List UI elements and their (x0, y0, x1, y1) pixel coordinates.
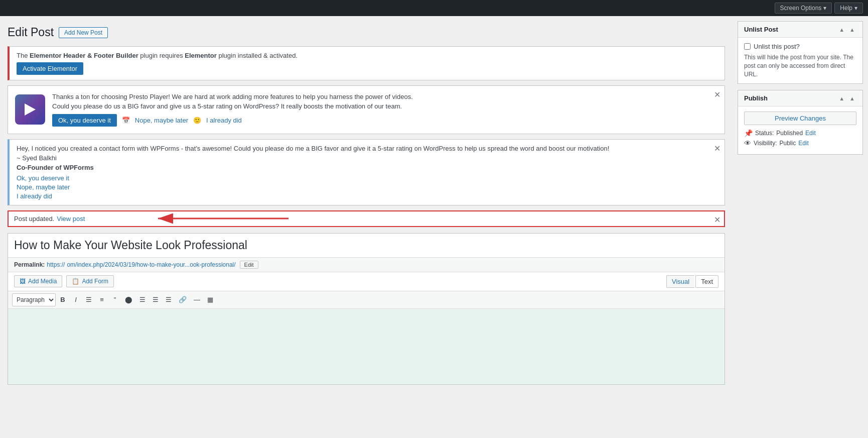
post-title-input[interactable] (8, 234, 725, 258)
bold-button[interactable]: B (57, 293, 69, 306)
wpforms-already-did-link[interactable]: I already did (17, 192, 704, 200)
preview-changes-button[interactable]: Preview Changes (744, 112, 856, 125)
presto-notice: Thanks a ton for choosing Presto Player!… (8, 85, 725, 134)
unlist-post-box: Unlist Post ▲ ▲ Unlist this post? This w… (738, 21, 863, 84)
page-title-row: Edit Post Add New Post (8, 25, 725, 40)
top-bar: Screen Options ▾ Help ▾ (0, 0, 868, 16)
publish-toggle-button[interactable]: ▲ (848, 95, 856, 102)
status-label: Status: (755, 130, 774, 137)
activate-elementor-button[interactable]: Activate Elementor (17, 62, 83, 75)
visibility-value: Public (779, 140, 796, 147)
editor-content[interactable] (8, 309, 725, 384)
editor-tabs: Visual Text (666, 275, 718, 288)
wpforms-maybe-later-link[interactable]: Nope, maybe later (17, 183, 704, 191)
visibility-edit-link[interactable]: Edit (798, 140, 809, 147)
editor-top-left: 🖼 Add Media 📋 Add Form (14, 275, 114, 287)
unlist-box-controls: ▲ ▲ (837, 26, 856, 33)
permalink-edit-button[interactable]: Edit (240, 261, 258, 269)
elementor-plugin-name: Elementor Header & Footer Builder (30, 52, 138, 59)
wpforms-message: Hey, I noticed you created a contact for… (17, 145, 704, 152)
align-justify-button[interactable]: ☰ (163, 293, 175, 306)
blockquote-button[interactable]: " (109, 293, 121, 306)
presto-content: Thanks a ton for choosing Presto Player!… (52, 93, 704, 127)
chevron-down-icon: ▾ (823, 5, 826, 12)
visibility-icon: 👁 (744, 139, 751, 147)
presto-actions: Ok, you deserve it 📅 Nope, maybe later 🙂… (52, 114, 704, 127)
media-icon: 🖼 (20, 278, 26, 285)
unlist-collapse-button[interactable]: ▲ (837, 26, 846, 33)
presto-message1: Thanks a ton for choosing Presto Player!… (52, 93, 704, 100)
unlist-description: This will hide the post from your site. … (744, 53, 856, 78)
chevron-down-icon: ▾ (854, 5, 857, 12)
publish-box-controls: ▲ ▲ (837, 95, 856, 102)
permalink-start[interactable]: https:// (47, 261, 65, 268)
screen-options-label: Screen Options (780, 5, 822, 12)
wpforms-author: ~ Syed Balkhi Co-Founder of WPForms (17, 154, 704, 171)
format-select[interactable]: Paragraph Heading 1 Heading 2 Heading 3 (12, 293, 56, 306)
align-right-button[interactable]: ☰ (150, 293, 162, 306)
link-button[interactable]: 🔗 (176, 293, 190, 306)
screen-options-btn[interactable]: Screen Options ▾ (775, 3, 832, 14)
permalink-label: Permalink: (14, 261, 45, 268)
ordered-list-button[interactable]: ≡ (96, 293, 108, 306)
unlist-box-title: Unlist Post (744, 26, 778, 33)
horizontal-rule-button[interactable]: — (191, 293, 203, 306)
wpforms-author-title: Co-Founder of WPForms (17, 164, 704, 171)
presto-ok-button[interactable]: Ok, you deserve it (52, 114, 117, 127)
wpforms-author-name: ~ Syed Balkhi (17, 154, 704, 162)
publish-box-content: Preview Changes 📌 Status: Published Edit… (738, 106, 862, 154)
post-updated-dismiss-button[interactable]: ✕ (714, 215, 720, 225)
italic-button[interactable]: I (70, 293, 82, 306)
permalink-row: Permalink: https:// om/index.php/2024/03… (8, 258, 725, 272)
unlist-checkbox-label[interactable]: Unlist this post? (754, 43, 800, 50)
page-title: Edit Post (8, 25, 54, 40)
view-post-link[interactable]: View post (57, 215, 85, 223)
form-icon: 📋 (72, 278, 79, 285)
tab-text[interactable]: Text (695, 275, 718, 288)
presto-dismiss-button[interactable]: ✕ (714, 90, 720, 99)
publish-box: Publish ▲ ▲ Preview Changes 📌 Status: Pu… (738, 90, 863, 155)
sidebar-right: Unlist Post ▲ ▲ Unlist this post? This w… (733, 16, 868, 438)
editor-wrapper: Permalink: https:// om/index.php/2024/03… (8, 233, 725, 385)
wpforms-links: Ok, you deserve it Nope, maybe later I a… (17, 174, 704, 200)
status-value: Published (776, 130, 803, 137)
help-btn[interactable]: Help ▾ (834, 3, 863, 14)
add-media-button[interactable]: 🖼 Add Media (14, 275, 62, 287)
visibility-label: Visibility: (754, 140, 777, 147)
add-form-button[interactable]: 📋 Add Form (66, 275, 114, 287)
wpforms-ok-link[interactable]: Ok, you deserve it (17, 174, 704, 182)
unlist-toggle-button[interactable]: ▲ (848, 26, 856, 33)
unlist-checkbox[interactable] (744, 43, 751, 50)
publish-meta: 📌 Status: Published Edit 👁 Visibility: P… (744, 129, 856, 147)
status-edit-link[interactable]: Edit (805, 130, 816, 137)
tab-visual[interactable]: Visual (666, 275, 694, 288)
unordered-list-button[interactable]: ☰ (83, 293, 95, 306)
smile-icon: 🙂 (193, 117, 201, 124)
unlist-checkbox-row: Unlist this post? (744, 43, 856, 50)
publish-collapse-button[interactable]: ▲ (837, 95, 846, 102)
add-new-button[interactable]: Add New Post (59, 27, 108, 38)
unlist-box-content: Unlist this post? This will hide the pos… (738, 38, 862, 83)
presto-message2: Could you please do us a BIG favor and g… (52, 102, 704, 110)
elementor-notice: The Elementor Header & Footer Builder pl… (8, 46, 725, 80)
content-area: Edit Post Add New Post The Elementor Hea… (0, 16, 733, 438)
presto-play-icon (25, 103, 36, 116)
wpforms-notice: Hey, I noticed you created a contact for… (8, 139, 725, 205)
permalink-url[interactable]: om/index.php/2024/03/19/how-to-make-your… (67, 261, 235, 268)
help-label: Help (840, 5, 852, 12)
wpforms-dismiss-button[interactable]: ✕ (714, 144, 720, 153)
elementor-req-name: Elementor (185, 52, 217, 59)
post-updated-container: Post updated. View post ✕ (8, 210, 725, 227)
presto-already-did-link[interactable]: I already did (206, 117, 242, 124)
align-center-button[interactable]: ☰ (136, 293, 149, 306)
add-media-label: Add Media (28, 278, 57, 285)
unlist-box-header: Unlist Post ▲ ▲ (738, 22, 862, 38)
presto-maybe-later-link[interactable]: Nope, maybe later (135, 117, 188, 124)
visibility-row: 👁 Visibility: Public Edit (744, 139, 856, 147)
elementor-notice-text: The Elementor Header & Footer Builder pl… (17, 52, 717, 59)
align-left-button[interactable]: ⬤ (122, 293, 135, 306)
format-toolbar: Paragraph Heading 1 Heading 2 Heading 3 … (8, 291, 725, 309)
status-icon: 📌 (744, 129, 753, 137)
presto-logo (15, 94, 45, 125)
table-button[interactable]: ▦ (204, 293, 216, 306)
